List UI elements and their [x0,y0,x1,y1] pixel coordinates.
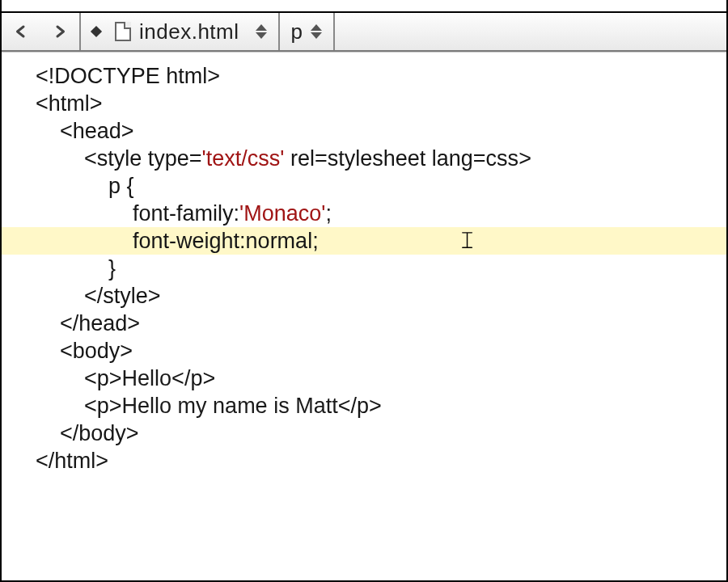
updown-icon [311,24,322,39]
window-top-strip [2,0,726,13]
code-text: <!DOCTYPE html> [36,64,220,88]
code-text: rel=stylesheet lang=css [284,146,518,171]
history-nav-group [2,13,81,50]
code-text: > [518,146,531,171]
element-dropdown-label: p [291,19,303,44]
code-text: font-family: [36,201,239,226]
code-text: Hello my name is Matt [122,394,338,418]
file-dropdown-label: index.html [139,19,239,44]
code-text: } [36,256,116,280]
back-button[interactable] [2,13,40,50]
code-text: </head> [36,311,140,335]
editor-toolbar: index.html p [2,13,726,52]
code-text: p { [36,174,134,198]
code-text: 'text/css' [202,146,285,171]
code-text: <p> [36,366,122,390]
code-text: type= [148,146,202,171]
code-text: </p> [338,394,382,418]
code-text: <style [36,146,148,171]
code-text: </html> [36,449,108,473]
file-icon [115,22,131,41]
updown-icon [256,24,267,39]
forward-button[interactable] [40,13,79,50]
code-editor[interactable]: <!DOCTYPE html> <html> <head> <style typ… [2,52,726,580]
forward-icon [53,24,67,39]
highlighted-line: font-weight:normal; [2,227,726,255]
diamond-icon [91,26,102,37]
code-text: <p> [36,394,122,418]
code-text: <html> [36,91,103,116]
element-dropdown[interactable]: p [280,13,336,50]
code-text: </style> [36,284,161,308]
code-text: ; [325,201,332,226]
code-text: </p> [171,366,215,390]
file-dropdown[interactable]: index.html [81,13,280,50]
back-icon [14,24,28,39]
code-text: Hello [122,366,172,390]
code-text: font-weight:normal; [36,229,319,253]
code-text: </body> [36,421,139,445]
code-text: 'Monaco' [239,201,325,226]
code-text: <body> [36,339,133,363]
code-text: <head> [36,119,134,143]
